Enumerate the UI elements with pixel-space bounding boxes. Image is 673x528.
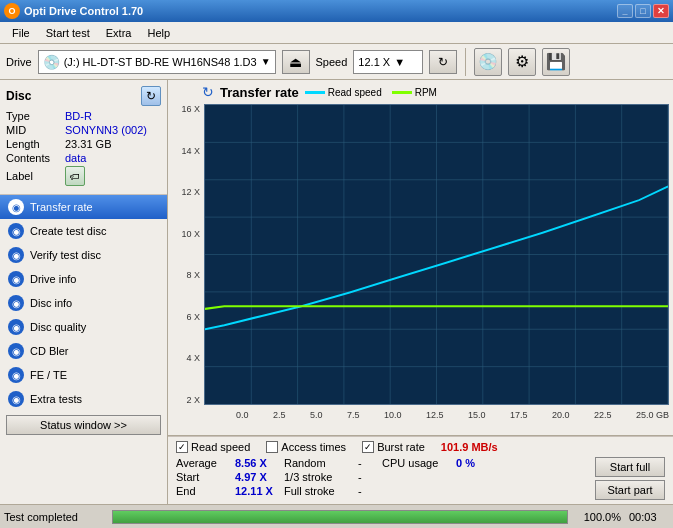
disc-mid-label: MID	[6, 124, 61, 136]
read-speed-checkbox-label: Read speed	[191, 441, 250, 453]
read-speed-legend-color	[305, 91, 325, 94]
x-20: 20.0	[552, 410, 570, 420]
disc-length-label: Length	[6, 138, 61, 150]
app-icon: O	[4, 3, 20, 19]
nav-transfer-rate-label: Transfer rate	[30, 201, 93, 213]
nav-disc-info-label: Disc info	[30, 297, 72, 309]
progress-bar	[112, 510, 568, 524]
menu-extra[interactable]: Extra	[98, 25, 140, 41]
status-bar: Test completed 100.0% 00:03	[0, 504, 673, 528]
random-label: Random	[284, 457, 354, 469]
read-speed-checkbox[interactable]	[176, 441, 188, 453]
stats-grid: Average 8.56 X Random - CPU usage 0 % St…	[176, 457, 589, 500]
y-axis-14: 14 X	[181, 146, 200, 156]
chart-wrapper: 16 X 14 X 12 X 10 X 8 X 6 X 4 X 2 X	[172, 104, 669, 423]
y-axis-16: 16 X	[181, 104, 200, 114]
sidebar: Disc ↻ Type BD-R MID SONYNN3 (002) Lengt…	[0, 80, 168, 504]
nav-verify-test-disc[interactable]: ◉ Verify test disc	[0, 243, 167, 267]
save-button[interactable]: 💾	[542, 48, 570, 76]
nav-create-test-disc-label: Create test disc	[30, 225, 106, 237]
status-text: Test completed	[4, 511, 104, 523]
nav-cd-bler[interactable]: ◉ CD Bler	[0, 339, 167, 363]
transfer-rate-icon: ◉	[8, 199, 24, 215]
y-axis-8: 8 X	[186, 270, 200, 280]
nav-transfer-rate[interactable]: ◉ Transfer rate	[0, 195, 167, 219]
y-axis-10: 10 X	[181, 229, 200, 239]
y-axis-4: 4 X	[186, 353, 200, 363]
drive-select[interactable]: 💿 (J:) HL-DT-ST BD-RE WH16NS48 1.D3 ▼	[38, 50, 276, 74]
avg-label: Average	[176, 457, 231, 469]
create-test-disc-icon: ◉	[8, 223, 24, 239]
disc-label-icon[interactable]: 🏷	[65, 166, 85, 186]
nav-verify-test-disc-label: Verify test disc	[30, 249, 101, 261]
status-window-button[interactable]: Status window >>	[6, 415, 161, 435]
stats-area: Read speed Access times Burst rate 101.9…	[168, 436, 673, 504]
x-axis: 0.0 2.5 5.0 7.5 10.0 12.5 15.0 17.5 20.0…	[236, 405, 669, 423]
cpu-label: CPU usage	[382, 457, 452, 469]
disc-quality-icon: ◉	[8, 319, 24, 335]
disc-section: Disc ↻ Type BD-R MID SONYNN3 (002) Lengt…	[0, 80, 167, 195]
start-full-button[interactable]: Start full	[595, 457, 665, 477]
nav-extra-tests[interactable]: ◉ Extra tests	[0, 387, 167, 411]
nav-create-test-disc[interactable]: ◉ Create test disc	[0, 219, 167, 243]
maximize-button[interactable]: □	[635, 4, 651, 18]
x-22-5: 22.5	[594, 410, 612, 420]
rpm-legend-color	[392, 91, 412, 94]
chart-container: ↻ Transfer rate Read speed RPM 16 X	[168, 80, 673, 436]
refresh-button[interactable]: ↻	[429, 50, 457, 74]
nav-fe-te[interactable]: ◉ FE / TE	[0, 363, 167, 387]
menu-bar: File Start test Extra Help	[0, 22, 673, 44]
drive-label: Drive	[6, 56, 32, 68]
rpm-legend-label: RPM	[415, 87, 437, 98]
window-controls: _ □ ✕	[617, 4, 669, 18]
chart-title: Transfer rate	[220, 85, 299, 100]
access-times-checkbox[interactable]	[266, 441, 278, 453]
nav-extra-tests-label: Extra tests	[30, 393, 82, 405]
fe-te-icon: ◉	[8, 367, 24, 383]
settings-button[interactable]: ⚙	[508, 48, 536, 76]
menu-help[interactable]: Help	[139, 25, 178, 41]
y-axis-6: 6 X	[186, 312, 200, 322]
disc-icon-button[interactable]: 💿	[474, 48, 502, 76]
disc-refresh-button[interactable]: ↻	[141, 86, 161, 106]
random-value: -	[358, 457, 378, 469]
onethird-label: 1/3 stroke	[284, 471, 354, 483]
nav-drive-info[interactable]: ◉ Drive info	[0, 267, 167, 291]
fullstroke-label: Full stroke	[284, 485, 354, 497]
avg-value: 8.56 X	[235, 457, 280, 469]
status-time: 00:03	[629, 511, 669, 523]
disc-section-title: Disc	[6, 89, 31, 103]
fullstroke-value: -	[358, 485, 378, 497]
minimize-button[interactable]: _	[617, 4, 633, 18]
x-17-5: 17.5	[510, 410, 528, 420]
chart-svg	[205, 105, 668, 404]
eject-button[interactable]: ⏏	[282, 50, 310, 74]
burst-rate-checkbox[interactable]	[362, 441, 374, 453]
access-times-checkbox-item: Access times	[266, 441, 346, 453]
drive-icon: 💿	[43, 54, 60, 70]
nav-cd-bler-label: CD Bler	[30, 345, 69, 357]
x-15: 15.0	[468, 410, 486, 420]
drive-dropdown-arrow: ▼	[261, 56, 271, 67]
x-25: 25.0 GB	[636, 410, 669, 420]
speed-select[interactable]: 12.1 X ▼	[353, 50, 423, 74]
close-button[interactable]: ✕	[653, 4, 669, 18]
drive-info-icon: ◉	[8, 271, 24, 287]
action-buttons: Start full Start part	[595, 457, 665, 500]
progress-percent-text: 100.0%	[576, 511, 621, 523]
nav-disc-info[interactable]: ◉ Disc info	[0, 291, 167, 315]
start-part-button[interactable]: Start part	[595, 480, 665, 500]
speed-dropdown-arrow: ▼	[394, 56, 405, 68]
nav-fe-te-label: FE / TE	[30, 369, 67, 381]
onethird-value: -	[358, 471, 378, 483]
disc-label-label: Label	[6, 170, 61, 182]
menu-start-test[interactable]: Start test	[38, 25, 98, 41]
progress-bar-fill	[113, 511, 567, 523]
nav-disc-quality[interactable]: ◉ Disc quality	[0, 315, 167, 339]
y-axis-12: 12 X	[181, 187, 200, 197]
x-5: 5.0	[310, 410, 323, 420]
disc-contents-value: data	[65, 152, 86, 164]
menu-file[interactable]: File	[4, 25, 38, 41]
y-axis-2: 2 X	[186, 395, 200, 405]
extra-tests-icon: ◉	[8, 391, 24, 407]
